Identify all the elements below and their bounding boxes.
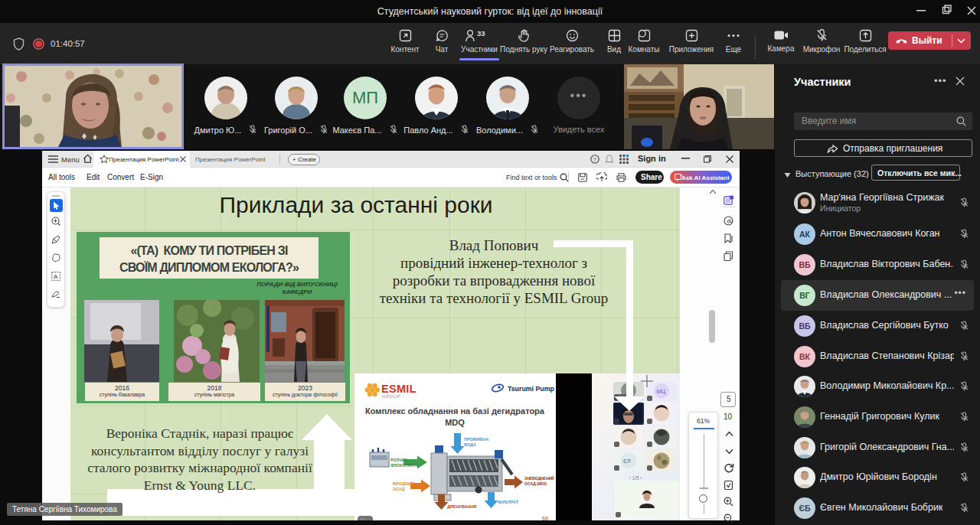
svg-text:‹ 1/5 ›: ‹ 1/5 ›	[629, 475, 642, 481]
svg-text:ESMIL: ESMIL	[381, 383, 416, 395]
svg-text:ДРЕНУВАННЯ: ДРЕНУВАННЯ	[447, 504, 476, 509]
svg-text:1 /: 1 /	[361, 517, 366, 520]
svg-text:ФЛОКУЛЯНТА: ФЛОКУЛЯНТА	[390, 463, 419, 468]
svg-text:ОСАД: ОСАД	[393, 487, 405, 491]
svg-text:ВИХІДНИЙ: ВИХІДНИЙ	[393, 481, 414, 486]
svg-text:A: A	[54, 273, 58, 280]
svg-text:ЄЛ: ЄЛ	[623, 458, 631, 464]
svg-text:Комплекс обладнання на базі де: Комплекс обладнання на базі дегидратора	[365, 406, 545, 416]
svg-text:РОЗЧИН: РОЗЧИН	[390, 458, 407, 462]
svg-text:ОСАД (КЕК): ОСАД (КЕК)	[524, 481, 547, 486]
svg-text:GROUP: GROUP	[382, 394, 400, 399]
svg-text:ВОДА: ВОДА	[464, 442, 476, 447]
svg-text:68: 68	[542, 516, 548, 520]
svg-text:Tsurumi Pump: Tsurumi Pump	[508, 385, 555, 393]
svg-text:MDQ: MDQ	[445, 418, 465, 427]
svg-text:ПРОМИВНА: ПРОМИВНА	[464, 437, 488, 442]
svg-text:33: 33	[477, 29, 485, 38]
svg-text:?: ?	[593, 156, 596, 163]
svg-text:ЗНЕВОДНЕНИЙ: ЗНЕВОДНЕНИЙ	[524, 475, 554, 481]
svg-text:ФІЛЬТРАТ: ФІЛЬТРАТ	[498, 500, 519, 504]
svg-text:МЦ: МЦ	[657, 388, 666, 395]
